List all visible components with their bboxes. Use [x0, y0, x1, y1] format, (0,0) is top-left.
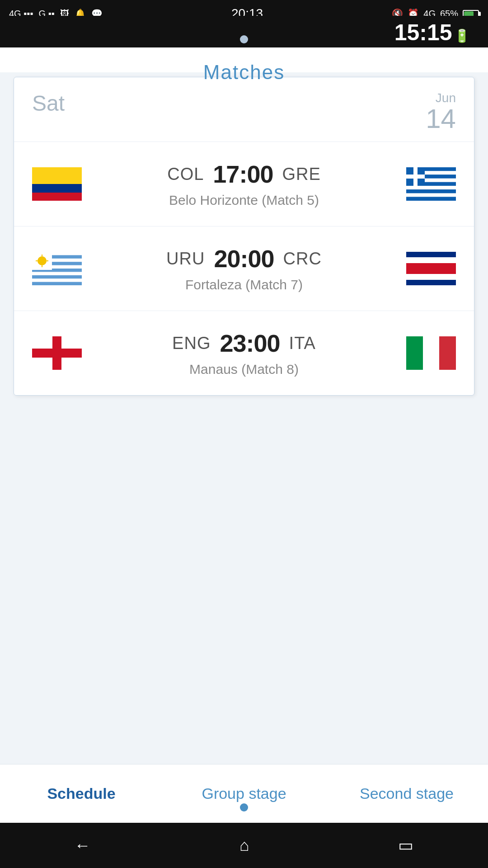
- bottom-nav: Schedule Group stage Second stage: [0, 764, 488, 823]
- team1-code: COL: [167, 165, 204, 184]
- match-row[interactable]: URU 20:00 CRC Fortaleza (Match 7): [14, 226, 474, 311]
- nav-second-stage[interactable]: Second stage: [325, 780, 488, 807]
- date-number: 14: [426, 105, 456, 132]
- team2-code: GRE: [282, 165, 320, 184]
- scroll-indicator: [240, 35, 248, 43]
- svg-point-21: [38, 257, 46, 264]
- nav-indicator: [240, 803, 248, 811]
- nav-group-stage[interactable]: Group stage: [163, 780, 325, 807]
- match-row[interactable]: COL 17:00 GRE Belo Horizonte (Match 5): [14, 142, 474, 226]
- svg-rect-6: [406, 186, 456, 189]
- match-time-1: 17:00: [213, 160, 273, 188]
- colombia-flag: [32, 167, 82, 201]
- svg-rect-12: [406, 175, 425, 179]
- date-header: Sat Jun 14: [14, 77, 474, 142]
- team2-code-2: CRC: [283, 249, 322, 269]
- costarica-flag: [406, 252, 456, 285]
- page-title: Matches: [203, 61, 285, 84]
- svg-rect-9: [406, 197, 456, 201]
- home-button[interactable]: ⌂: [239, 836, 249, 855]
- svg-rect-7: [406, 189, 456, 193]
- svg-rect-18: [32, 282, 82, 285]
- match-venue-1: Belo Horizonte (Match 5): [82, 193, 406, 208]
- uruguay-flag: [32, 252, 82, 285]
- match-center-3: ENG 23:00 ITA Manaus (Match 8): [82, 329, 406, 377]
- match-center-2: URU 20:00 CRC Fortaleza (Match 7): [82, 245, 406, 292]
- date-display: Jun 14: [426, 91, 456, 132]
- team1-code-2: URU: [166, 249, 205, 269]
- greece-flag: [406, 167, 456, 201]
- app-time: 15:15: [394, 20, 452, 45]
- app-bar: 15:15 🔋 Matches: [0, 27, 488, 72]
- nav-schedule[interactable]: Schedule: [0, 780, 163, 807]
- matches-card: Sat Jun 14 COL 17:00 GRE B: [14, 77, 474, 396]
- match-venue-3: Manaus (Match 8): [82, 362, 406, 377]
- android-nav: ← ⌂ ▭: [0, 823, 488, 868]
- battery-icon-app: 🔋: [454, 29, 470, 43]
- recents-button[interactable]: ▭: [398, 836, 413, 855]
- team1-code-3: ENG: [172, 334, 211, 353]
- match-center-1: COL 17:00 GRE Belo Horizonte (Match 5): [82, 160, 406, 208]
- match-time-2: 20:00: [214, 245, 274, 273]
- back-button[interactable]: ←: [75, 836, 91, 855]
- svg-rect-8: [406, 193, 456, 197]
- main-content: Sat Jun 14 COL 17:00 GRE B: [0, 72, 488, 580]
- match-venue-2: Fortaleza (Match 7): [82, 277, 406, 292]
- svg-rect-17: [32, 275, 82, 278]
- match-row[interactable]: ENG 23:00 ITA Manaus (Match 8): [14, 311, 474, 395]
- england-flag: [32, 336, 82, 370]
- italy-flag: [406, 336, 456, 370]
- team2-code-3: ITA: [289, 334, 316, 353]
- day-label: Sat: [32, 91, 65, 116]
- match-time-3: 23:00: [220, 329, 280, 357]
